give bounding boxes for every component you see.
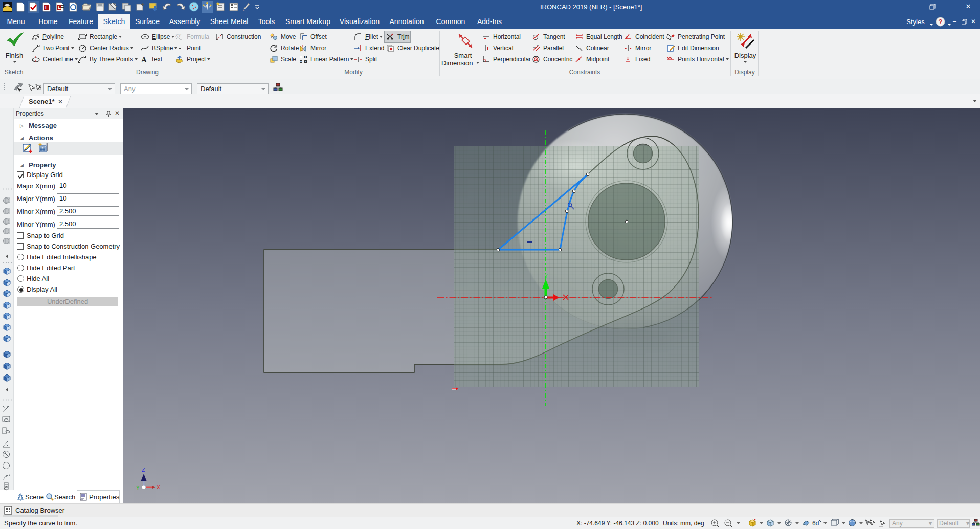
svg-text:Y: Y bbox=[545, 273, 548, 279]
svg-text:?: ? bbox=[939, 18, 943, 26]
svg-text:Y: Y bbox=[136, 485, 140, 491]
svg-text:A: A bbox=[141, 56, 147, 63]
svg-text:X: X bbox=[157, 484, 160, 490]
svg-text:Z: Z bbox=[142, 467, 145, 473]
svg-text:XY=: XY= bbox=[175, 33, 184, 38]
svg-text:6d: 6d bbox=[812, 520, 819, 527]
svg-text:E: E bbox=[58, 5, 61, 10]
svg-text:I: I bbox=[45, 5, 47, 10]
